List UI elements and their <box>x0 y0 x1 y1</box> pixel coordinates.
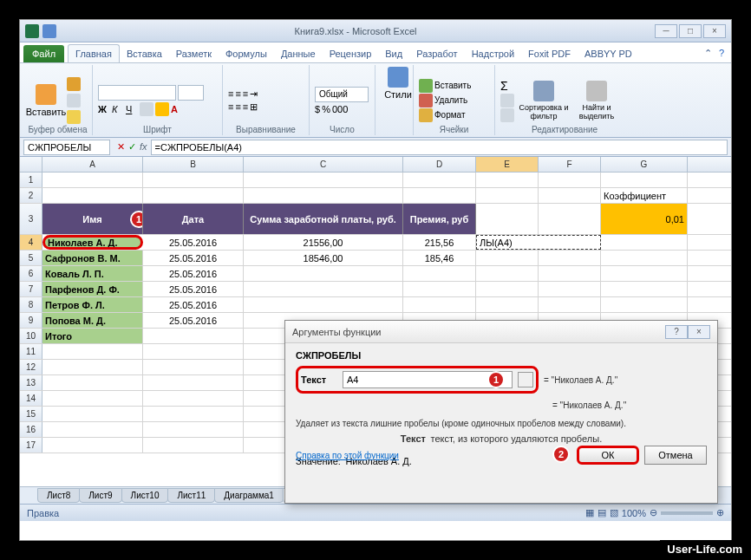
underline-button[interactable]: Ч <box>126 104 138 114</box>
sheet-tab[interactable]: Лист11 <box>167 488 215 503</box>
copy-icon[interactable] <box>67 94 81 107</box>
clear-icon[interactable] <box>500 108 514 122</box>
cancel-formula-icon[interactable]: ✕ <box>117 141 125 153</box>
tab-abbyy[interactable]: ABBYY PD <box>578 45 639 62</box>
align-bot-icon[interactable]: ≡ <box>243 88 248 99</box>
tab-addins[interactable]: Надстрой <box>465 45 521 62</box>
tab-insert[interactable]: Вставка <box>120 45 169 62</box>
tab-view[interactable]: Вид <box>378 45 409 62</box>
header-sum[interactable]: Сумма заработной платы, руб. <box>244 204 403 234</box>
col-header-F[interactable]: F <box>539 157 601 172</box>
zoom-slider[interactable] <box>661 511 713 515</box>
ok-button[interactable]: ОК <box>577 446 639 465</box>
row-header[interactable]: 8 <box>20 297 42 312</box>
select-all-corner[interactable] <box>20 157 42 172</box>
coef-label[interactable]: Коэффициент <box>601 188 688 203</box>
zoom-in-button[interactable]: ⊕ <box>716 507 724 518</box>
find-select-button[interactable]: Найти и выделить <box>573 67 620 133</box>
currency-icon[interactable]: $ <box>315 104 320 114</box>
help-icon[interactable]: ? <box>719 48 724 59</box>
sheet-tab[interactable]: Лист10 <box>121 488 169 503</box>
view-break-icon[interactable]: ▧ <box>610 507 618 518</box>
row-header[interactable]: 6 <box>20 266 42 281</box>
cell-name[interactable]: Попова М. Д. <box>42 313 143 328</box>
font-family-combo[interactable] <box>98 85 176 101</box>
active-cell[interactable]: ЛЫ(A4) <box>476 235 601 250</box>
function-help-link[interactable]: Справка по этой функции <box>296 451 399 460</box>
percent-icon[interactable]: % <box>322 104 330 114</box>
cell-name[interactable]: Петров Ф. Л. <box>42 297 143 312</box>
maximize-button[interactable]: □ <box>679 24 702 38</box>
cells-delete-button[interactable]: Удалить <box>419 94 489 107</box>
cell-bonus[interactable]: 215,56 <box>403 235 476 250</box>
col-header-B[interactable]: B <box>143 157 244 172</box>
col-header-C[interactable]: C <box>244 157 403 172</box>
fill-color-button[interactable] <box>155 102 169 116</box>
border-button[interactable] <box>140 102 153 116</box>
cell-total[interactable]: Итого <box>42 329 143 343</box>
fill-icon[interactable] <box>500 94 514 107</box>
zoom-level[interactable]: 100% <box>622 508 646 518</box>
cells-format-button[interactable]: Формат <box>419 108 489 122</box>
row-header[interactable]: 2 <box>20 188 42 203</box>
row-header[interactable]: 16 <box>20 422 42 437</box>
cell-name[interactable]: Сафронов В. М. <box>42 251 143 265</box>
minimize-ribbon-icon[interactable]: ⌃ <box>704 48 712 59</box>
align-center-icon[interactable]: ≡ <box>235 101 240 112</box>
row-header[interactable]: 12 <box>20 360 42 374</box>
row-header[interactable]: 14 <box>20 391 42 406</box>
cut-icon[interactable] <box>67 77 81 91</box>
merge-icon[interactable]: ⊞ <box>250 101 258 113</box>
col-header-D[interactable]: D <box>403 157 476 172</box>
align-mid-icon[interactable]: ≡ <box>235 88 240 99</box>
sheet-tab[interactable]: Лист8 <box>37 488 80 503</box>
cells-insert-button[interactable]: Вставить <box>419 79 489 93</box>
tab-data[interactable]: Данные <box>274 45 323 62</box>
zoom-out-button[interactable]: ⊖ <box>650 507 657 518</box>
header-date[interactable]: Дата <box>143 204 244 234</box>
tab-layout[interactable]: Разметк <box>169 45 219 62</box>
col-header-E[interactable]: E <box>476 157 539 172</box>
sheet-tab[interactable]: Лист9 <box>79 488 121 503</box>
tab-home[interactable]: Главная <box>68 44 120 62</box>
sort-filter-button[interactable]: Сортировка и фильтр <box>518 67 570 133</box>
range-select-button[interactable] <box>518 372 533 387</box>
view-layout-icon[interactable]: ▤ <box>598 507 606 518</box>
wrap-icon[interactable]: ⇥ <box>250 88 258 100</box>
header-name[interactable]: Имя1 <box>42 204 143 234</box>
cell-sum[interactable]: 21556,00 <box>244 235 403 250</box>
tab-formulas[interactable]: Формулы <box>219 45 274 62</box>
close-button[interactable]: × <box>703 24 726 38</box>
sheet-tab[interactable]: Диаграмма1 <box>214 488 284 503</box>
cancel-button[interactable]: Отмена <box>644 446 707 465</box>
row-header[interactable]: 1 <box>20 173 42 187</box>
col-header-G[interactable]: G <box>601 157 688 172</box>
align-right-icon[interactable]: ≡ <box>243 101 248 112</box>
header-bonus[interactable]: Премия, руб <box>403 204 476 234</box>
font-color-button[interactable]: А <box>171 104 178 114</box>
tab-review[interactable]: Рецензир <box>323 45 379 62</box>
row-header[interactable]: 5 <box>20 251 42 265</box>
comma-icon[interactable]: 000 <box>332 104 348 114</box>
italic-button[interactable]: К <box>112 104 124 114</box>
row-header[interactable]: 15 <box>20 407 42 421</box>
col-header-A[interactable]: A <box>42 157 143 172</box>
align-left-icon[interactable]: ≡ <box>228 101 233 112</box>
name-box[interactable]: СЖПРОБЕЛЫ <box>23 140 110 155</box>
row-header[interactable]: 11 <box>20 344 42 359</box>
row-header[interactable]: 10 <box>20 329 42 343</box>
align-top-icon[interactable]: ≡ <box>228 88 233 99</box>
styles-button[interactable]: Стили <box>381 67 415 100</box>
row-header[interactable]: 3 <box>20 204 42 234</box>
row-header[interactable]: 17 <box>20 438 42 453</box>
view-normal-icon[interactable]: ▦ <box>585 507 594 518</box>
row-header[interactable]: 7 <box>20 282 42 296</box>
cell-date[interactable]: 25.05.2016 <box>143 235 244 250</box>
autosum-icon[interactable]: Σ <box>500 79 514 93</box>
fx-icon[interactable]: fx <box>140 141 147 153</box>
format-painter-icon[interactable] <box>67 110 81 124</box>
dialog-close-button[interactable]: × <box>688 325 710 339</box>
dialog-help-button[interactable]: ? <box>665 325 688 339</box>
cell-name[interactable]: Парфенов Д. Ф. <box>42 282 143 296</box>
enter-formula-icon[interactable]: ✓ <box>128 141 136 153</box>
